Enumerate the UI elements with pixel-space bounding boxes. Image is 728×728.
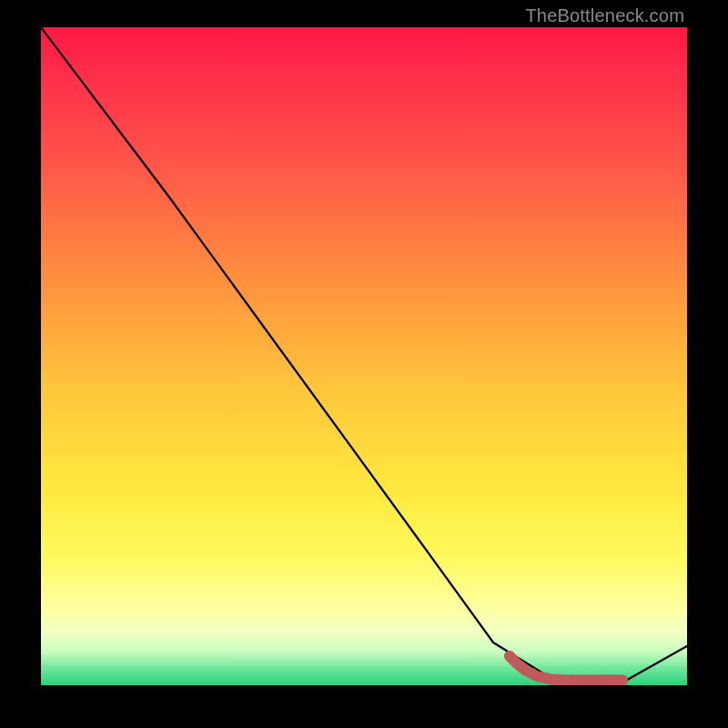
svg-point-7: [595, 675, 606, 686]
svg-point-3: [541, 672, 551, 683]
plot-area: [41, 27, 687, 685]
svg-point-9: [617, 675, 628, 686]
svg-point-4: [554, 674, 565, 685]
svg-point-6: [581, 675, 592, 686]
chart-overlay: [41, 27, 687, 685]
data-line: [41, 27, 687, 682]
highlight-segment: [510, 656, 622, 681]
svg-point-2: [527, 668, 538, 679]
svg-point-0: [504, 651, 515, 662]
watermark-label: TheBottleneck.com: [525, 5, 684, 26]
svg-point-1: [515, 661, 526, 672]
svg-point-5: [568, 675, 579, 686]
figure: TheBottleneck.com: [0, 0, 728, 728]
